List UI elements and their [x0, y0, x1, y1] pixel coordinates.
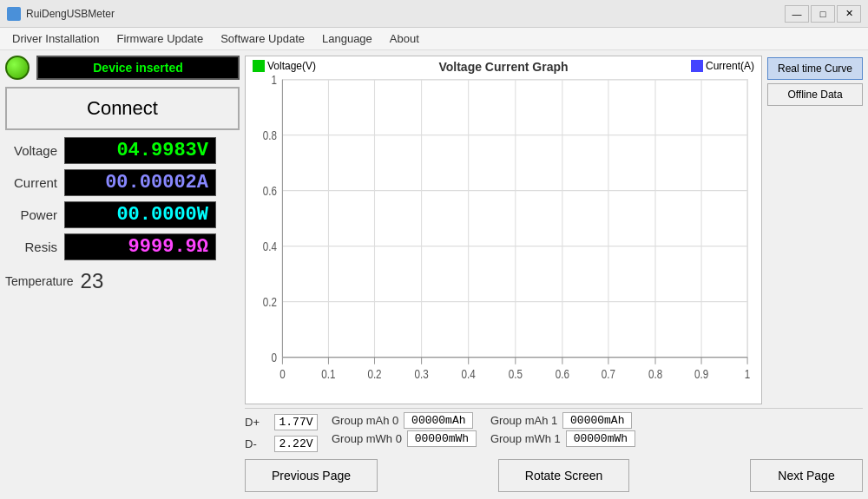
- voltage-value: 04.9983V: [64, 137, 216, 164]
- title-bar: RuiDengUSBMeter — □ ✕: [0, 0, 868, 28]
- app-title: RuiDengUSBMeter: [26, 8, 785, 20]
- current-value: 00.00002A: [64, 169, 216, 196]
- power-row: Power 00.0000W: [5, 201, 240, 228]
- chart-title: Voltage Current Graph: [438, 60, 568, 74]
- close-button[interactable]: ✕: [837, 5, 861, 23]
- voltage-label: Voltage: [5, 143, 57, 158]
- voltage-legend-label: Voltage(V): [267, 60, 316, 72]
- group-mwh0-row: Group mWh 0 00000mWh: [332, 430, 477, 447]
- window-controls: — □ ✕: [785, 5, 861, 23]
- menu-firmware-update[interactable]: Firmware Update: [108, 28, 212, 49]
- dp-minus-label: D-: [245, 437, 266, 450]
- temperature-value: 23: [81, 269, 104, 293]
- data-section: D+ 1.77V D- 2.22V Group mAh 0 00000mAh G…: [245, 408, 863, 454]
- app-icon: [7, 7, 21, 21]
- group-mwh0-label: Group mWh 0: [332, 432, 402, 445]
- group-mah0-label: Group mAh 0: [332, 414, 398, 427]
- svg-text:0.4: 0.4: [462, 366, 476, 381]
- menu-driver-installation[interactable]: Driver Installation: [3, 28, 108, 49]
- power-label: Power: [5, 207, 57, 222]
- menu-bar: Driver Installation Firmware Update Soft…: [0, 28, 868, 50]
- dp-plus-value: 1.77V: [274, 414, 318, 430]
- minimize-button[interactable]: —: [785, 5, 809, 23]
- right-panel: Voltage(V) Voltage Current Graph Current…: [245, 56, 863, 494]
- chart-buttons: Real time Curve Offline Data: [767, 56, 863, 404]
- svg-text:0.9: 0.9: [694, 366, 708, 381]
- current-legend-box: [691, 60, 703, 72]
- svg-text:1: 1: [745, 366, 750, 381]
- offline-data-button[interactable]: Offline Data: [767, 83, 863, 106]
- temperature-row: Temperature 23: [5, 269, 240, 293]
- rotate-screen-button[interactable]: Rotate Screen: [498, 459, 630, 492]
- dp-plus-label: D+: [245, 416, 266, 429]
- chart-container: Voltage(V) Voltage Current Graph Current…: [245, 56, 762, 404]
- temperature-label: Temperature: [5, 274, 74, 288]
- maximize-button[interactable]: □: [811, 5, 835, 23]
- dp-section: D+ 1.77V D- 2.22V: [245, 412, 318, 454]
- voltage-legend-box: [253, 60, 265, 72]
- legend-voltage: Voltage(V): [253, 60, 316, 72]
- group-mah1-label: Group mAh 1: [490, 414, 557, 427]
- svg-text:0.8: 0.8: [263, 128, 277, 143]
- bottom-buttons: Previous Page Rotate Screen Next Page: [245, 457, 863, 494]
- connect-button[interactable]: Connect: [5, 87, 240, 130]
- svg-text:0.8: 0.8: [648, 366, 662, 381]
- group-mwh1-value: 00000mWh: [566, 430, 635, 447]
- svg-text:0.2: 0.2: [367, 366, 381, 381]
- voltage-row: Voltage 04.9983V: [5, 137, 240, 164]
- group-mwh1-row: Group mWh 1 00000mWh: [490, 430, 635, 447]
- power-value: 00.0000W: [64, 201, 216, 228]
- resis-value: 9999.9Ω: [64, 233, 216, 260]
- group-mah0-row: Group mAh 0 00000mAh: [332, 412, 477, 429]
- next-page-button[interactable]: Next Page: [750, 459, 863, 492]
- group-section: Group mAh 0 00000mAh Group mWh 0 00000mW…: [332, 412, 635, 447]
- group-mah1-value: 00000mAh: [562, 412, 632, 429]
- svg-text:1: 1: [272, 73, 277, 88]
- resis-label: Resis: [5, 240, 57, 254]
- svg-text:0.7: 0.7: [602, 366, 615, 381]
- group-mwh0-value: 00000mWh: [407, 430, 477, 447]
- svg-text:0.5: 0.5: [509, 366, 523, 381]
- graph-area: Voltage(V) Voltage Current Graph Current…: [245, 56, 863, 404]
- svg-text:0.6: 0.6: [263, 184, 277, 199]
- group-col-1: Group mAh 1 00000mAh Group mWh 1 00000mW…: [490, 412, 635, 447]
- menu-software-update[interactable]: Software Update: [212, 28, 313, 49]
- main-content: Device inserted Connect Voltage 04.9983V…: [0, 50, 868, 499]
- previous-page-button[interactable]: Previous Page: [245, 459, 378, 492]
- menu-about[interactable]: About: [381, 28, 428, 49]
- device-status: Device inserted: [36, 56, 240, 80]
- svg-rect-0: [282, 80, 747, 358]
- current-label: Current: [5, 175, 57, 190]
- chart-svg: 0 0.1 0.2 0.3 0.4 0.5 0.6 0.7 0.8 0.9 1 …: [246, 56, 761, 404]
- group-col-0: Group mAh 0 00000mAh Group mWh 0 00000mW…: [332, 412, 477, 447]
- svg-text:0.6: 0.6: [556, 366, 569, 381]
- legend-current: Current(A): [691, 60, 754, 72]
- svg-text:0: 0: [279, 366, 285, 381]
- menu-language[interactable]: Language: [313, 28, 381, 49]
- dp-minus-row: D- 2.22V: [245, 434, 318, 454]
- resis-row: Resis 9999.9Ω: [5, 233, 240, 260]
- realtime-curve-button[interactable]: Real time Curve: [767, 57, 863, 80]
- current-legend-label: Current(A): [706, 60, 754, 72]
- svg-text:0: 0: [272, 351, 277, 365]
- svg-text:0.2: 0.2: [263, 295, 277, 310]
- device-row: Device inserted: [5, 56, 240, 80]
- svg-text:0.4: 0.4: [263, 240, 277, 254]
- group-mah0-value: 00000mAh: [404, 412, 473, 429]
- group-mwh1-label: Group mWh 1: [490, 432, 561, 445]
- dp-plus-row: D+ 1.77V: [245, 412, 318, 432]
- dp-minus-value: 2.22V: [274, 436, 318, 452]
- left-panel: Device inserted Connect Voltage 04.9983V…: [5, 56, 240, 494]
- current-row: Current 00.00002A: [5, 169, 240, 196]
- status-led: [5, 56, 30, 80]
- group-mah1-row: Group mAh 1 00000mAh: [490, 412, 635, 429]
- svg-text:0.1: 0.1: [321, 366, 335, 381]
- svg-text:0.3: 0.3: [414, 366, 428, 381]
